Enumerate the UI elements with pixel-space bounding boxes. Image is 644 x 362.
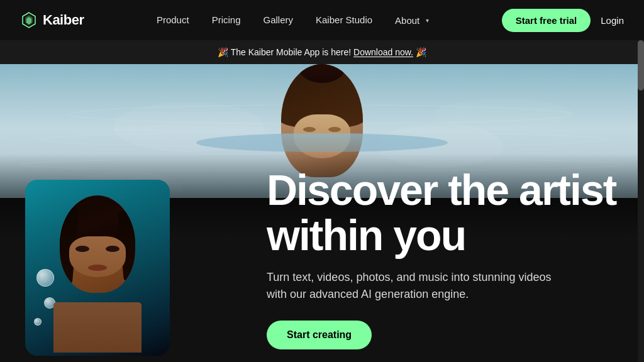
logo-text: Kaiber <box>43 12 84 28</box>
announcement-bar: 🎉 The Kaiber Mobile App is here! Downloa… <box>0 40 644 64</box>
hero-content: Discover the artist within you Turn text… <box>267 168 619 349</box>
navbar: Kaiber Product Pricing Gallery Kaiber St… <box>0 0 644 40</box>
hero-headline: Discover the artist within you <box>267 168 619 258</box>
scrollbar[interactable] <box>638 40 644 362</box>
svg-point-8 <box>434 99 572 130</box>
ai-portrait-card <box>25 180 170 356</box>
start-creating-button[interactable]: Start creating <box>267 321 372 349</box>
nav-link-pricing[interactable]: Pricing <box>212 14 241 25</box>
announcement-download-link[interactable]: Download now. <box>353 47 413 57</box>
logo[interactable]: Kaiber <box>20 11 84 29</box>
nav-link-gallery[interactable]: Gallery <box>264 14 294 25</box>
nav-links: Product Pricing Gallery Kaiber Studio Ab… <box>157 14 429 26</box>
nav-item-kaiber-studio[interactable]: Kaiber Studio <box>316 14 372 26</box>
nav-actions: Start free trial Login <box>502 9 624 32</box>
chevron-down-icon: ▾ <box>426 17 429 24</box>
nav-item-product[interactable]: Product <box>157 14 189 26</box>
nav-item-about[interactable]: About ▾ <box>395 15 429 26</box>
nav-link-product[interactable]: Product <box>157 14 189 25</box>
hero-section: Discover the artist within you Turn text… <box>0 64 644 362</box>
nav-link-about[interactable]: About ▾ <box>395 15 429 26</box>
announcement-text-after: 🎉 <box>416 47 426 57</box>
kaiber-logo-icon <box>20 11 38 29</box>
hero-subtext: Turn text, videos, photos, and music int… <box>267 269 569 303</box>
scrollbar-thumb[interactable] <box>638 40 644 90</box>
nav-link-kaiber-studio[interactable]: Kaiber Studio <box>316 14 372 25</box>
login-button[interactable]: Login <box>601 15 624 26</box>
headline-line1: Discover the artist <box>267 166 616 214</box>
headline-line2: within you <box>267 211 465 259</box>
portrait-figure <box>41 189 154 353</box>
nav-item-pricing[interactable]: Pricing <box>212 14 241 26</box>
start-free-trial-button[interactable]: Start free trial <box>502 9 591 32</box>
nav-item-gallery[interactable]: Gallery <box>264 14 294 26</box>
announcement-text-before: 🎉 The Kaiber Mobile App is here! <box>218 47 351 57</box>
